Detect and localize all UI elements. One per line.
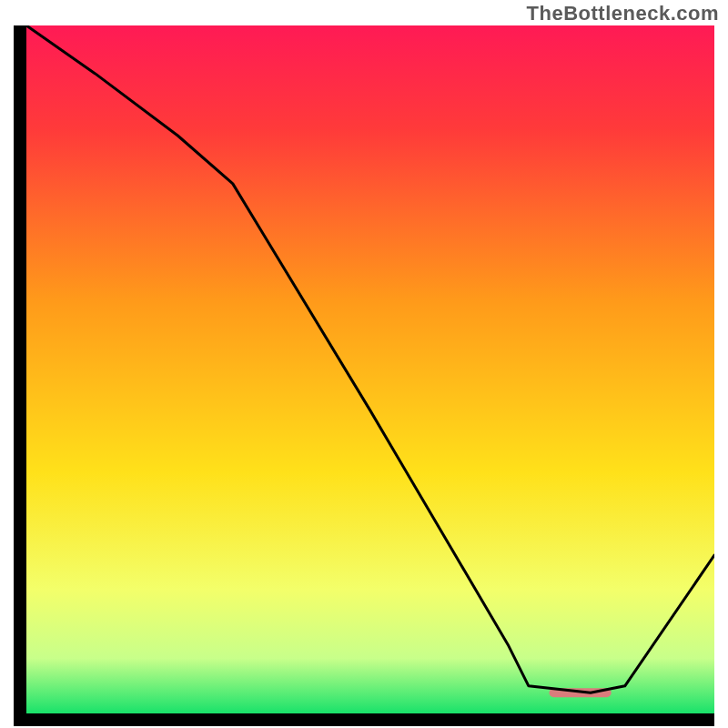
chart-area [14, 25, 714, 726]
chart-svg [14, 25, 714, 726]
chart-container: { "watermark": "TheBottleneck.com", "cha… [0, 0, 728, 728]
x-axis [14, 713, 714, 726]
watermark-text: TheBottleneck.com [527, 2, 719, 25]
y-axis [14, 25, 26, 726]
gradient-background [26, 25, 714, 713]
